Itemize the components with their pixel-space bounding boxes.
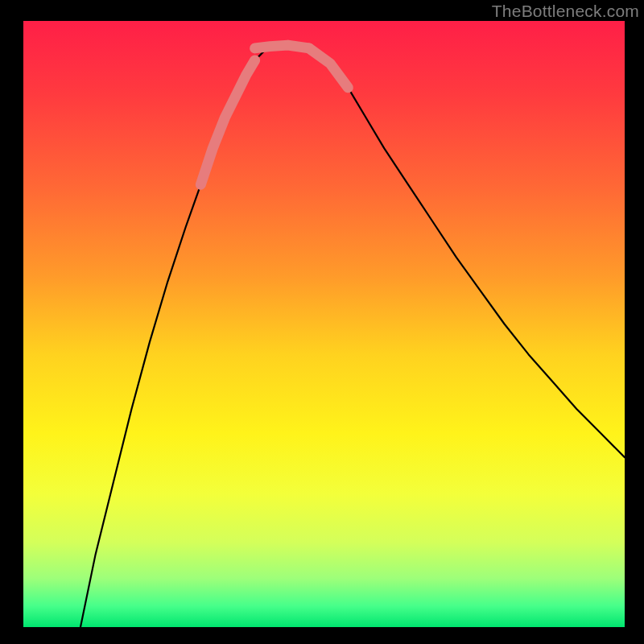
accent-segment [255,45,309,48]
chart-svg [23,21,625,627]
plot-area [23,21,625,627]
chart-frame: TheBottleneck.com [0,0,644,644]
gradient-background [23,21,625,627]
watermark-text: TheBottleneck.com [492,2,639,21]
